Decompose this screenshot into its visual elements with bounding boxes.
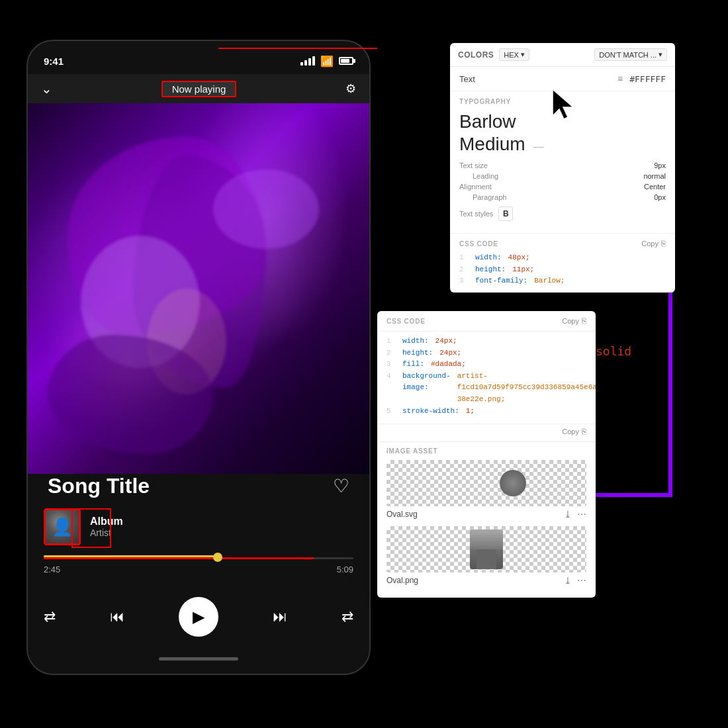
- dont-match-dropdown[interactable]: DON'T MATCH ... ▾: [594, 48, 667, 61]
- copy-icon-mid2: ⎘: [582, 427, 586, 436]
- asset-actions-png: ⤓ ⋯: [564, 575, 586, 586]
- copy-label-top: Copy: [641, 240, 659, 248]
- person-silhouette-svg: [500, 470, 526, 496]
- download-icon-png[interactable]: ⤓: [564, 575, 572, 586]
- bold-button[interactable]: B: [498, 206, 513, 221]
- avatar: 👤: [46, 510, 79, 543]
- asset-preview-png: [387, 526, 586, 572]
- artist-avatar-wrapper: 👤: [44, 508, 81, 545]
- solid-text: solid: [596, 344, 631, 358]
- image-asset-label: IMAGE ASSET: [387, 447, 586, 455]
- css-code-label: CSS CODE: [459, 240, 498, 248]
- playback-controls: ⇄ ⏮ ▶ ⏭ ⇄: [44, 597, 353, 637]
- mid-css-label: CSS CODE: [387, 318, 426, 325]
- svg-marker-0: [553, 89, 573, 119]
- asset-label-row-png: Oval.png ⤓ ⋯: [387, 575, 586, 586]
- now-playing-label: Now playing: [161, 81, 237, 97]
- text-label: Text: [459, 74, 611, 84]
- down-arrow-icon[interactable]: ⌄: [41, 81, 52, 97]
- type-details: Text size 9px Leading normal Alignment C…: [459, 161, 666, 201]
- asset-filename-png: Oval.png: [387, 576, 418, 585]
- shuffle-button[interactable]: ⇄: [44, 608, 56, 625]
- alignment-val: Center: [563, 183, 666, 191]
- mid-code-line-3: 3 fill: #dadada;: [387, 359, 586, 371]
- person-photo-png: [470, 529, 503, 569]
- asset-preview-svg: [387, 460, 586, 506]
- cursor-arrow: [549, 86, 589, 126]
- dont-match-label: DON'T MATCH ...: [599, 51, 657, 59]
- hex-label: HEX: [504, 51, 519, 59]
- asset-actions-svg: ⤓ ⋯: [564, 509, 586, 520]
- play-button[interactable]: ▶: [179, 597, 218, 637]
- text-styles-row: Text styles B: [459, 206, 666, 221]
- mid-code-line-5: 5 stroke-width: 1;: [387, 406, 586, 418]
- artist-name: Artist: [90, 527, 123, 538]
- prev-button[interactable]: ⏮: [110, 608, 124, 625]
- progress-track[interactable]: [44, 557, 353, 559]
- album-artist-text: Album Artist: [90, 516, 123, 538]
- asset-label-row-svg: Oval.svg ⤓ ⋯: [387, 509, 586, 520]
- status-icons: 📶: [300, 55, 353, 68]
- text-styles-label: Text styles: [459, 210, 493, 218]
- colors-label: COLORS: [458, 50, 494, 60]
- mid-code-line-1: 1 width: 24px;: [387, 336, 586, 347]
- copy-icon: ⎘: [661, 239, 666, 248]
- font-weight: Medium: [459, 134, 525, 154]
- signal-icon: [300, 56, 315, 66]
- heart-button[interactable]: ♡: [333, 475, 349, 497]
- color-hex-value: #FFFFFF: [629, 74, 666, 84]
- now-playing-bar[interactable]: ⌄ Now playing ⚙: [28, 74, 369, 103]
- text-size-val: 9px: [563, 161, 666, 169]
- progress-times: 2:45 5:09: [44, 565, 353, 574]
- battery-icon: [339, 57, 353, 65]
- progress-fill: [44, 555, 217, 557]
- paragraph-val: 0px: [563, 193, 666, 201]
- code-line-3: 3 font-family: Barlow;: [459, 275, 666, 287]
- copy-button-mid[interactable]: Copy ⎘: [562, 316, 586, 326]
- next-button[interactable]: ⏭: [273, 608, 287, 625]
- leading-val: normal: [563, 172, 666, 180]
- copy-button-mid2[interactable]: Copy ⎘: [562, 427, 586, 436]
- time-current: 2:45: [44, 565, 60, 574]
- download-icon-svg[interactable]: ⤓: [564, 509, 572, 520]
- hex-chevron-icon: ▾: [521, 50, 525, 59]
- code-line-2: 2 height: 11px;: [459, 264, 666, 276]
- phone-mockup: 9:41 📶 ⌄ Now playing ⚙ Song Title ♡ 👤: [26, 40, 371, 675]
- home-indicator: [159, 657, 238, 660]
- dont-match-chevron-icon: ▾: [659, 50, 662, 59]
- gear-icon[interactable]: ⚙: [345, 81, 356, 96]
- mid-code-line-2: 2 height: 24px;: [387, 347, 586, 359]
- album-artist-row: 👤 Album Artist: [44, 508, 353, 545]
- progress-knob[interactable]: [213, 553, 222, 562]
- code-line-1: 1 width: 48px;: [459, 252, 666, 264]
- time-total: 5:09: [337, 565, 353, 574]
- mid-css-header: CSS CODE Copy ⎘: [377, 311, 596, 332]
- status-time: 9:41: [44, 56, 64, 67]
- css-code-header: CSS CODE Copy ⎘: [459, 239, 666, 248]
- song-info: Song Title ♡: [28, 474, 369, 498]
- copy-icon-mid: ⎘: [582, 316, 586, 326]
- album-red-line: [44, 557, 314, 559]
- hex-dropdown[interactable]: HEX ▾: [499, 48, 529, 61]
- inspect-panel-top: COLORS HEX ▾ DON'T MATCH ... ▾ Text ≡ #F…: [450, 43, 675, 293]
- more-icon-png[interactable]: ⋯: [577, 575, 586, 586]
- status-bar: 9:41 📶: [28, 41, 369, 74]
- annotation-line: [218, 48, 377, 49]
- layers-icon: ≡: [617, 73, 623, 84]
- album-name: Album: [90, 516, 123, 527]
- copy-button-top[interactable]: Copy ⎘: [641, 239, 666, 248]
- mid-code-block: 1 width: 24px; 2 height: 24px; 3 fill: #…: [377, 332, 596, 424]
- font-name: Barlow: [459, 111, 516, 132]
- repeat-button[interactable]: ⇄: [341, 608, 353, 625]
- alignment-key: Alignment: [459, 183, 563, 191]
- asset-item-svg: Oval.svg ⤓ ⋯: [387, 460, 586, 520]
- mid-code-line-4: 4 background-image: artist-f1cd10a7d59f9…: [387, 371, 586, 406]
- image-asset-section: IMAGE ASSET Oval.svg ⤓ ⋯: [377, 441, 596, 598]
- css-code-block-top: 1 width: 48px; 2 height: 11px; 3 font-fa…: [459, 252, 666, 287]
- dash-icon: —: [533, 141, 543, 152]
- song-title: Song Title: [48, 474, 150, 498]
- css-code-section-top: CSS CODE Copy ⎘ 1 width: 48px; 2 height:…: [450, 233, 675, 293]
- more-icon-svg[interactable]: ⋯: [577, 509, 586, 520]
- panel-header: COLORS HEX ▾ DON'T MATCH ... ▾: [450, 43, 675, 67]
- leading-key: Leading: [459, 172, 563, 180]
